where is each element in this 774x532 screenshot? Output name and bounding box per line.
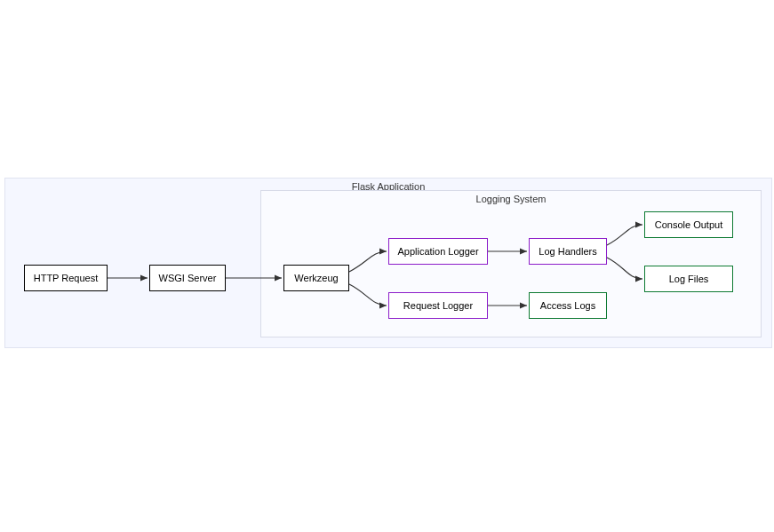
node-request-logger: Request Logger	[388, 292, 488, 319]
node-log-files: Log Files	[644, 266, 733, 292]
node-access-logs: Access Logs	[529, 292, 607, 319]
node-log-handlers: Log Handlers	[529, 238, 607, 265]
node-wsgi-server: WSGI Server	[149, 265, 226, 291]
node-http-request: HTTP Request	[24, 265, 108, 291]
node-console-output: Console Output	[644, 211, 733, 238]
diagram-canvas: Flask Application Logging System HTTP Re…	[4, 178, 770, 346]
node-werkzeug: Werkzeug	[283, 265, 349, 291]
container-label-logging-system: Logging System	[476, 194, 547, 204]
node-application-logger: Application Logger	[388, 238, 488, 265]
